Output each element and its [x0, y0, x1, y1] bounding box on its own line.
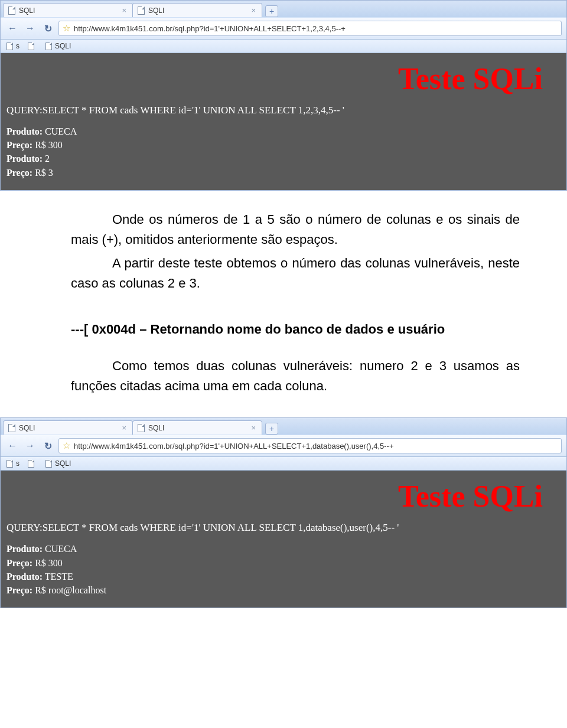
bookmark-label: SQLI [55, 42, 71, 50]
back-button[interactable]: ← [5, 21, 19, 35]
close-icon[interactable]: × [251, 424, 256, 432]
forward-button[interactable]: → [23, 21, 37, 35]
new-tab-button[interactable]: + [265, 423, 278, 435]
bookmark-item[interactable] [28, 460, 37, 468]
url-text: http://www.k4m1k451.com.br/sql.php?id=1'… [74, 442, 394, 450]
tab-label: SQLI [148, 6, 164, 15]
tab-strip: SQLI × SQLI × + [1, 1, 566, 17]
result-value: R$ 3 [35, 168, 53, 178]
bookmarks-bar: s SQLI [1, 40, 566, 53]
tab-label: SQLI [148, 424, 164, 432]
bookmark-item[interactable]: SQLI [45, 42, 71, 50]
result-row: Produto: CUECA [6, 542, 561, 556]
file-icon [45, 460, 52, 468]
result-row: Preço: R$ root@localhost [6, 583, 561, 597]
toolbar: ← → ↻ ☆ http://www.k4m1k451.com.br/sql.p… [1, 17, 566, 40]
bookmark-item[interactable]: s [6, 42, 19, 50]
star-icon[interactable]: ☆ [63, 440, 70, 451]
bookmark-item[interactable] [28, 43, 37, 50]
result-key: Preço: [6, 558, 32, 568]
forward-button[interactable]: → [23, 439, 37, 453]
page-content: Teste SQLi QUERY:SELECT * FROM cads WHER… [1, 53, 566, 190]
query-value: SELECT * FROM cads WHERE id='1' UNION AL… [43, 105, 344, 116]
page-title: Teste SQLi [6, 58, 561, 102]
result-key: Produto: [6, 572, 43, 582]
url-text: http://www.k4m1k451.com.br/sql.php?id=1'… [74, 24, 346, 33]
paragraph: Onde os números de 1 a 5 são o número de… [71, 210, 520, 250]
file-icon [8, 6, 15, 15]
result-value: TESTE [45, 572, 73, 582]
section-heading: ---[ 0x004d – Retornando nome do banco d… [71, 319, 520, 339]
new-tab-button[interactable]: + [265, 5, 278, 17]
bookmark-item[interactable]: s [6, 459, 19, 468]
paragraph: A partir deste teste obtemos o número da… [71, 253, 520, 293]
result-key: Preço: [6, 168, 32, 178]
browser-window-1: SQLI × SQLI × + ← → ↻ ☆ http://www.k4m1k… [0, 0, 567, 191]
bookmark-label: s [16, 459, 19, 468]
file-icon [28, 460, 34, 468]
result-row: Preço: R$ 300 [6, 556, 561, 570]
browser-tab[interactable]: SQLI × [132, 3, 262, 17]
result-row: Produto: TESTE [6, 570, 561, 583]
reload-button[interactable]: ↻ [41, 439, 55, 453]
back-button[interactable]: ← [5, 439, 19, 453]
result-key: Produto: [6, 126, 43, 136]
browser-tab[interactable]: SQLI × [3, 3, 133, 17]
file-icon [6, 460, 13, 468]
query-value: SELECT * FROM cads WHERE id='1' UNION AL… [43, 522, 399, 533]
query-line: QUERY:SELECT * FROM cads WHERE id='1' UN… [6, 105, 561, 116]
browser-tab[interactable]: SQLI × [3, 420, 133, 435]
reload-button[interactable]: ↻ [41, 21, 55, 35]
page-content: Teste SQLi QUERY:SELECT * FROM cads WHER… [1, 471, 566, 608]
bookmarks-bar: s SQLI [1, 457, 566, 471]
result-value: 2 [45, 154, 50, 164]
result-row: Preço: R$ 300 [6, 138, 561, 152]
file-icon [45, 43, 52, 50]
result-value: R$ 300 [35, 140, 63, 150]
result-row: Produto: 2 [6, 152, 561, 165]
query-label: QUERY: [6, 105, 43, 116]
result-key: Preço: [6, 585, 32, 595]
result-value: CUECA [45, 126, 77, 136]
result-value: R$ root@localhost [35, 585, 106, 595]
result-key: Produto: [6, 544, 43, 554]
browser-tab[interactable]: SQLI × [132, 420, 262, 435]
star-icon[interactable]: ☆ [63, 23, 70, 34]
bookmark-label: s [16, 42, 19, 50]
file-icon [8, 424, 15, 432]
file-icon [138, 6, 145, 15]
result-value: R$ 300 [35, 558, 63, 568]
query-label: QUERY: [6, 522, 43, 533]
paragraph: Como temos duas colunas vulneráveis: num… [71, 356, 520, 396]
close-icon[interactable]: × [251, 6, 256, 14]
result-key: Preço: [6, 140, 32, 150]
close-icon[interactable]: × [122, 424, 126, 432]
file-icon [28, 43, 34, 50]
file-icon [138, 424, 145, 432]
bookmark-label: SQLI [55, 459, 71, 468]
tab-label: SQLI [19, 6, 35, 15]
document-text: Onde os números de 1 a 5 são o número de… [0, 191, 567, 418]
tab-strip: SQLI × SQLI × + [1, 418, 566, 435]
page-title: Teste SQLi [6, 475, 561, 520]
file-icon [6, 43, 13, 50]
result-row: Produto: CUECA [6, 125, 561, 138]
close-icon[interactable]: × [122, 6, 126, 14]
address-bar[interactable]: ☆ http://www.k4m1k451.com.br/sql.php?id=… [58, 21, 562, 36]
browser-window-2: SQLI × SQLI × + ← → ↻ ☆ http://www.k4m1k… [0, 417, 567, 608]
query-line: QUERY:SELECT * FROM cads WHERE id='1' UN… [6, 522, 561, 534]
result-row: Preço: R$ 3 [6, 166, 561, 179]
toolbar: ← → ↻ ☆ http://www.k4m1k451.com.br/sql.p… [1, 435, 566, 457]
tab-label: SQLI [19, 424, 35, 432]
bookmark-item[interactable]: SQLI [45, 459, 71, 468]
address-bar[interactable]: ☆ http://www.k4m1k451.com.br/sql.php?id=… [58, 438, 562, 453]
result-value: CUECA [45, 544, 77, 554]
result-key: Produto: [6, 154, 43, 164]
